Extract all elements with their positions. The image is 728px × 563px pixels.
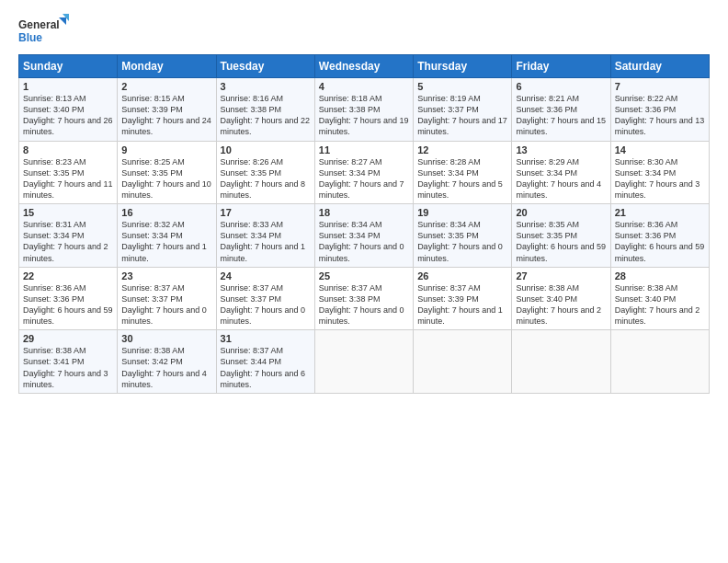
calendar-week-row: 29 Sunrise: 8:38 AMSunset: 3:41 PMDaylig… xyxy=(19,330,710,394)
day-number: 14 xyxy=(615,144,705,155)
cell-info: Sunrise: 8:34 AMSunset: 3:34 PMDaylight:… xyxy=(319,220,404,262)
calendar-header-sunday: Sunday xyxy=(19,55,118,78)
logo: General Blue xyxy=(18,14,69,49)
calendar-cell: 2 Sunrise: 8:15 AMSunset: 3:39 PMDayligh… xyxy=(118,78,216,142)
day-number: 17 xyxy=(221,207,311,218)
cell-info: Sunrise: 8:16 AMSunset: 3:38 PMDaylight:… xyxy=(221,94,311,136)
cell-info: Sunrise: 8:25 AMSunset: 3:35 PMDaylight:… xyxy=(121,157,211,200)
calendar-cell: 27 Sunrise: 8:38 AMSunset: 3:40 PMDaylig… xyxy=(512,267,610,330)
calendar-cell: 9 Sunrise: 8:25 AMSunset: 3:35 PMDayligh… xyxy=(118,141,216,204)
calendar-cell: 12 Sunrise: 8:28 AMSunset: 3:34 PMDaylig… xyxy=(414,141,512,204)
calendar-header-tuesday: Tuesday xyxy=(216,55,314,78)
calendar-cell: 13 Sunrise: 8:29 AMSunset: 3:34 PMDaylig… xyxy=(512,141,610,204)
day-number: 31 xyxy=(221,333,311,344)
calendar-week-row: 15 Sunrise: 8:31 AMSunset: 3:34 PMDaylig… xyxy=(19,204,710,268)
day-number: 29 xyxy=(23,333,113,344)
cell-info: Sunrise: 8:23 AMSunset: 3:35 PMDaylight:… xyxy=(23,157,113,200)
day-number: 11 xyxy=(319,144,409,155)
calendar-week-row: 22 Sunrise: 8:36 AMSunset: 3:36 PMDaylig… xyxy=(19,267,710,330)
calendar-cell: 11 Sunrise: 8:27 AMSunset: 3:34 PMDaylig… xyxy=(314,141,413,204)
calendar-cell: 28 Sunrise: 8:38 AMSunset: 3:40 PMDaylig… xyxy=(610,267,709,330)
day-number: 8 xyxy=(23,144,113,155)
calendar-cell: 8 Sunrise: 8:23 AMSunset: 3:35 PMDayligh… xyxy=(19,141,118,204)
cell-info: Sunrise: 8:37 AMSunset: 3:37 PMDaylight:… xyxy=(221,283,306,326)
cell-info: Sunrise: 8:37 AMSunset: 3:44 PMDaylight:… xyxy=(221,346,306,388)
cell-info: Sunrise: 8:35 AMSunset: 3:35 PMDaylight:… xyxy=(516,220,606,262)
calendar-cell xyxy=(414,330,512,394)
calendar-header-friday: Friday xyxy=(512,55,610,78)
day-number: 9 xyxy=(121,144,211,155)
cell-info: Sunrise: 8:22 AMSunset: 3:36 PMDaylight:… xyxy=(615,94,705,136)
calendar-header-thursday: Thursday xyxy=(414,55,512,78)
calendar-cell: 6 Sunrise: 8:21 AMSunset: 3:36 PMDayligh… xyxy=(512,78,610,142)
day-number: 30 xyxy=(121,333,211,344)
cell-info: Sunrise: 8:37 AMSunset: 3:37 PMDaylight:… xyxy=(121,283,207,326)
calendar-week-row: 1 Sunrise: 8:13 AMSunset: 3:40 PMDayligh… xyxy=(19,78,710,142)
calendar-week-row: 8 Sunrise: 8:23 AMSunset: 3:35 PMDayligh… xyxy=(19,141,710,204)
calendar-cell: 17 Sunrise: 8:33 AMSunset: 3:34 PMDaylig… xyxy=(216,204,314,268)
day-number: 19 xyxy=(417,207,507,218)
cell-info: Sunrise: 8:30 AMSunset: 3:34 PMDaylight:… xyxy=(615,157,700,200)
calendar-cell: 14 Sunrise: 8:30 AMSunset: 3:34 PMDaylig… xyxy=(610,141,709,204)
calendar-header-wednesday: Wednesday xyxy=(314,55,413,78)
calendar-cell: 7 Sunrise: 8:22 AMSunset: 3:36 PMDayligh… xyxy=(610,78,709,142)
calendar-cell: 30 Sunrise: 8:38 AMSunset: 3:42 PMDaylig… xyxy=(118,330,216,394)
cell-info: Sunrise: 8:29 AMSunset: 3:34 PMDaylight:… xyxy=(516,157,601,200)
cell-info: Sunrise: 8:21 AMSunset: 3:36 PMDaylight:… xyxy=(516,94,606,136)
day-number: 7 xyxy=(615,81,705,92)
calendar-cell: 15 Sunrise: 8:31 AMSunset: 3:34 PMDaylig… xyxy=(19,204,118,268)
day-number: 5 xyxy=(417,81,507,92)
day-number: 21 xyxy=(615,207,705,218)
svg-text:Blue: Blue xyxy=(18,31,42,44)
day-number: 4 xyxy=(319,81,409,92)
cell-info: Sunrise: 8:37 AMSunset: 3:39 PMDaylight:… xyxy=(417,283,503,326)
calendar-cell: 21 Sunrise: 8:36 AMSunset: 3:36 PMDaylig… xyxy=(610,204,709,268)
calendar-header-row: SundayMondayTuesdayWednesdayThursdayFrid… xyxy=(19,55,710,78)
calendar-cell: 4 Sunrise: 8:18 AMSunset: 3:38 PMDayligh… xyxy=(314,78,413,142)
day-number: 23 xyxy=(121,270,211,282)
cell-info: Sunrise: 8:38 AMSunset: 3:41 PMDaylight:… xyxy=(23,346,108,388)
cell-info: Sunrise: 8:15 AMSunset: 3:39 PMDaylight:… xyxy=(121,94,211,136)
cell-info: Sunrise: 8:13 AMSunset: 3:40 PMDaylight:… xyxy=(23,94,113,136)
cell-info: Sunrise: 8:36 AMSunset: 3:36 PMDaylight:… xyxy=(23,283,113,326)
day-number: 15 xyxy=(23,207,113,218)
cell-info: Sunrise: 8:38 AMSunset: 3:42 PMDaylight:… xyxy=(121,346,207,388)
cell-info: Sunrise: 8:18 AMSunset: 3:38 PMDaylight:… xyxy=(319,94,409,136)
calendar-header-monday: Monday xyxy=(118,55,216,78)
calendar-cell: 1 Sunrise: 8:13 AMSunset: 3:40 PMDayligh… xyxy=(19,78,118,142)
day-number: 28 xyxy=(615,270,705,282)
calendar-cell: 22 Sunrise: 8:36 AMSunset: 3:36 PMDaylig… xyxy=(19,267,118,330)
header: General Blue xyxy=(18,14,710,49)
day-number: 18 xyxy=(319,207,409,218)
day-number: 24 xyxy=(221,270,311,282)
cell-info: Sunrise: 8:37 AMSunset: 3:38 PMDaylight:… xyxy=(319,283,404,326)
calendar-cell: 19 Sunrise: 8:34 AMSunset: 3:35 PMDaylig… xyxy=(414,204,512,268)
cell-info: Sunrise: 8:27 AMSunset: 3:34 PMDaylight:… xyxy=(319,157,404,200)
day-number: 25 xyxy=(319,270,409,282)
calendar-cell xyxy=(314,330,413,394)
day-number: 27 xyxy=(516,270,606,282)
cell-info: Sunrise: 8:32 AMSunset: 3:34 PMDaylight:… xyxy=(121,220,207,262)
svg-text:General: General xyxy=(18,18,60,31)
day-number: 12 xyxy=(417,144,507,155)
calendar-cell: 29 Sunrise: 8:38 AMSunset: 3:41 PMDaylig… xyxy=(19,330,118,394)
cell-info: Sunrise: 8:38 AMSunset: 3:40 PMDaylight:… xyxy=(615,283,700,326)
day-number: 6 xyxy=(516,81,606,92)
calendar-cell xyxy=(610,330,709,394)
svg-marker-2 xyxy=(59,17,66,25)
day-number: 13 xyxy=(516,144,606,155)
calendar-cell: 16 Sunrise: 8:32 AMSunset: 3:34 PMDaylig… xyxy=(118,204,216,268)
calendar-cell xyxy=(512,330,610,394)
calendar-table: SundayMondayTuesdayWednesdayThursdayFrid… xyxy=(18,54,710,394)
calendar-cell: 26 Sunrise: 8:37 AMSunset: 3:39 PMDaylig… xyxy=(414,267,512,330)
cell-info: Sunrise: 8:28 AMSunset: 3:34 PMDaylight:… xyxy=(417,157,503,200)
calendar-cell: 31 Sunrise: 8:37 AMSunset: 3:44 PMDaylig… xyxy=(216,330,314,394)
day-number: 3 xyxy=(221,81,311,92)
day-number: 2 xyxy=(121,81,211,92)
calendar-cell: 20 Sunrise: 8:35 AMSunset: 3:35 PMDaylig… xyxy=(512,204,610,268)
calendar-cell: 24 Sunrise: 8:37 AMSunset: 3:37 PMDaylig… xyxy=(216,267,314,330)
cell-info: Sunrise: 8:38 AMSunset: 3:40 PMDaylight:… xyxy=(516,283,601,326)
logo-svg: General Blue xyxy=(18,14,69,49)
cell-info: Sunrise: 8:31 AMSunset: 3:34 PMDaylight:… xyxy=(23,220,108,262)
cell-info: Sunrise: 8:33 AMSunset: 3:34 PMDaylight:… xyxy=(221,220,306,262)
